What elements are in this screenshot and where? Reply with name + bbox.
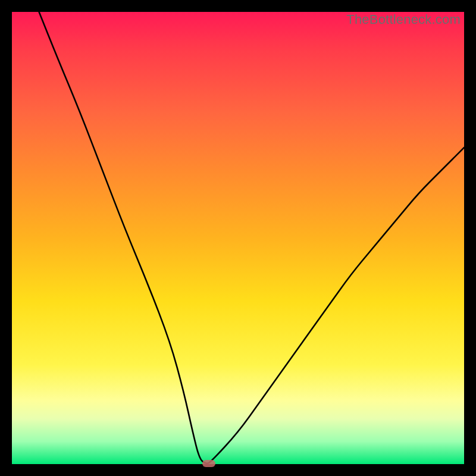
bottleneck-curve bbox=[12, 12, 464, 464]
plot-area: TheBottleneck.com bbox=[12, 12, 464, 464]
chart-frame: TheBottleneck.com bbox=[0, 0, 476, 476]
optimal-point-marker bbox=[202, 460, 215, 467]
